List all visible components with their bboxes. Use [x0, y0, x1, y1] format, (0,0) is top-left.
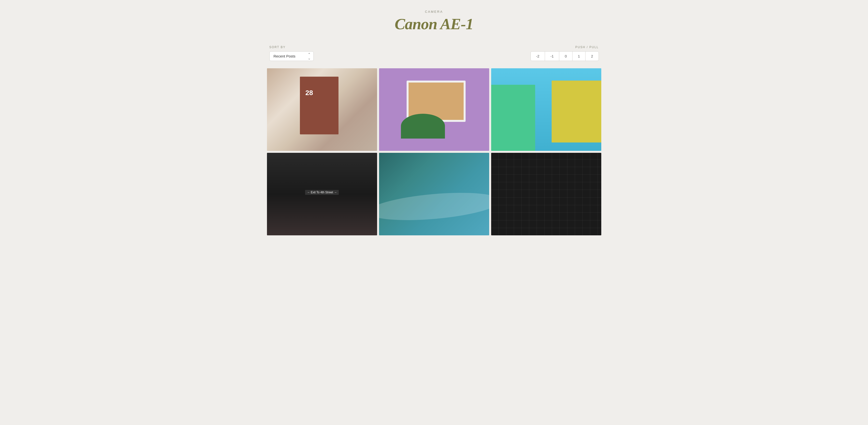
grid-item-1[interactable]	[267, 68, 377, 151]
sort-select[interactable]: Recent Posts Most Popular Oldest Posts	[270, 51, 314, 61]
grid-item-2[interactable]	[379, 68, 489, 151]
page-wrapper: Camera Canon AE-1 Sort By Recent Posts M…	[262, 0, 606, 245]
push-pull-zero[interactable]: 0	[559, 52, 572, 61]
push-pull-plus2[interactable]: 2	[586, 52, 598, 61]
page-title: Canon AE-1	[267, 15, 601, 33]
image-grid	[267, 68, 601, 235]
push-pull-minus1[interactable]: -1	[545, 52, 559, 61]
page-header: Camera Canon AE-1	[267, 10, 601, 33]
sort-label: Sort By	[270, 45, 314, 49]
push-pull-minus2[interactable]: -2	[531, 52, 545, 61]
push-pull-section: Push / Pull -2 -1 0 1 2	[530, 45, 599, 61]
push-pull-label: Push / Pull	[575, 45, 598, 49]
grid-item-3[interactable]	[491, 68, 601, 151]
push-pull-button-group: -2 -1 0 1 2	[530, 51, 599, 61]
camera-label: Camera	[267, 10, 601, 13]
grid-item-5[interactable]	[379, 153, 489, 235]
sort-select-wrapper[interactable]: Recent Posts Most Popular Oldest Posts ⌃…	[270, 51, 314, 61]
controls-bar: Sort By Recent Posts Most Popular Oldest…	[267, 45, 601, 61]
grid-item-6[interactable]	[491, 153, 601, 235]
grid-item-4[interactable]	[267, 153, 377, 235]
sort-section: Sort By Recent Posts Most Popular Oldest…	[270, 45, 314, 61]
push-pull-plus1[interactable]: 1	[572, 52, 586, 61]
